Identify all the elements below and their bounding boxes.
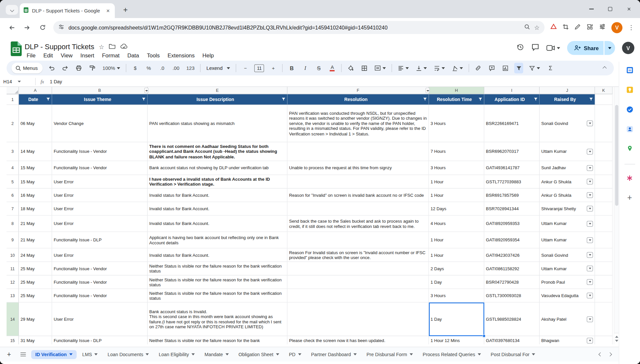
cell-J7[interactable]: Shivaranjai Shetty xyxy=(540,202,595,215)
row-header-8[interactable]: 8 xyxy=(7,216,19,232)
dropdown-chevron-icon[interactable] xyxy=(587,206,593,212)
cell-B14[interactable]: User Error xyxy=(52,303,148,336)
dropdown-chevron-icon[interactable] xyxy=(587,279,593,285)
cell-B8[interactable]: User Error xyxy=(52,216,148,232)
cell-K10[interactable] xyxy=(595,249,613,262)
cell-K2[interactable] xyxy=(595,105,613,142)
calendar-icon[interactable]: 31 xyxy=(626,67,633,76)
row-header-5[interactable]: 5 xyxy=(7,175,19,189)
cell-J5[interactable]: Ankur G Shukla xyxy=(540,175,595,189)
cell-A7[interactable]: 18 May xyxy=(19,202,52,215)
cell-F10[interactable]: Reason For Invalid status on screen is ”… xyxy=(287,249,429,262)
cell-F2[interactable]: PAN verification was conducted through N… xyxy=(287,105,429,142)
sheet-tab-pd[interactable]: PD xyxy=(285,350,305,359)
cell-F4[interactable]: Unable to process the request at this ti… xyxy=(287,161,429,175)
menu-insert[interactable]: Insert xyxy=(77,52,97,60)
sheet-tab-pre-disbursal-form[interactable]: Pre Disbursal Form xyxy=(362,350,417,359)
cell-B15[interactable]: Functionality Issue - DLP xyxy=(52,336,148,344)
cell-E8[interactable]: Invalid status for Bank Account. xyxy=(148,216,287,232)
filter-icon[interactable] xyxy=(478,97,483,102)
cell-F3[interactable] xyxy=(287,142,429,161)
share-dropdown[interactable] xyxy=(605,41,615,55)
tabs-scroll-right-icon[interactable] xyxy=(608,352,612,356)
history-icon[interactable] xyxy=(516,43,524,53)
header-cell-application-id[interactable]: Application ID xyxy=(484,94,540,105)
cell-A6[interactable]: 16 May xyxy=(19,189,52,202)
cell-F8[interactable]: Send back the case to the Sales bucket a… xyxy=(287,216,429,232)
sheet-tab-post-disbursal-for[interactable]: Post Disbursal For xyxy=(486,350,539,359)
dropdown-chevron-icon[interactable] xyxy=(587,252,593,258)
text-color-button[interactable]: A xyxy=(328,63,337,73)
increase-decimal-button[interactable]: .00 xyxy=(171,63,180,73)
star-icon[interactable]: ☆ xyxy=(99,44,104,50)
cell-E3[interactable]: There is not comment on Aadhaar Seeding … xyxy=(148,142,287,161)
cell-K7[interactable] xyxy=(595,202,613,215)
contacts-icon[interactable] xyxy=(626,126,633,135)
column-header-b[interactable]: B xyxy=(52,87,148,94)
filter-icon[interactable] xyxy=(281,97,286,102)
filter-icon[interactable] xyxy=(141,97,146,102)
hidden-columns-icon[interactable]: ◂▸ xyxy=(426,88,430,93)
cell-E9[interactable]: Applicant is having two bank account but… xyxy=(148,232,287,249)
cell-A14[interactable]: 29 May xyxy=(19,303,52,336)
cell-A2[interactable]: 06 May xyxy=(19,105,52,142)
row-header-6[interactable]: 6 xyxy=(7,189,19,202)
cell-J12[interactable]: Pronob Paul xyxy=(540,275,595,289)
cell-K5[interactable] xyxy=(595,175,613,189)
cell-I3[interactable]: BSR6962070317 xyxy=(484,142,540,161)
dropdown-chevron-icon[interactable] xyxy=(587,149,593,154)
cell-I2[interactable]: BSR2266169471 xyxy=(484,105,540,142)
cell-J9[interactable]: Uttam Kumar xyxy=(540,232,595,249)
cell-B5[interactable]: User Error xyxy=(52,175,148,189)
column-header-h[interactable]: H xyxy=(429,87,485,94)
cell-F11[interactable] xyxy=(287,262,429,275)
zoom-control[interactable]: 100% xyxy=(101,63,121,73)
browser-profile-avatar[interactable]: V xyxy=(611,22,623,33)
insert-comment-button[interactable] xyxy=(487,63,497,73)
dropdown-chevron-icon[interactable] xyxy=(587,221,593,227)
cell-J11[interactable]: Uttam Kumar xyxy=(540,262,595,275)
puzzle-extensions-icon[interactable] xyxy=(587,23,593,32)
cell-K13[interactable] xyxy=(595,289,613,302)
dropdown-chevron-icon[interactable] xyxy=(587,293,593,299)
grid-cell[interactable] xyxy=(595,94,613,105)
sheet-tab-partner-dashboard[interactable]: Partner Dashboard xyxy=(307,350,361,359)
browser-tab[interactable]: DLP - Support Tickets - Google ✕ xyxy=(20,3,115,18)
cell-H11[interactable]: 2 Days xyxy=(429,262,485,275)
merge-cells-button[interactable] xyxy=(373,63,387,73)
dropdown-chevron-icon[interactable] xyxy=(587,179,593,185)
column-header-i[interactable]: I xyxy=(484,87,540,94)
dropdown-chevron-icon[interactable] xyxy=(587,316,593,322)
sheet-tab-lms[interactable]: LMS xyxy=(78,350,102,359)
undo-button[interactable] xyxy=(47,63,56,73)
decrease-decimal-button[interactable]: .0 xyxy=(158,63,167,73)
cell-I9[interactable]: GATI8920959354 xyxy=(484,232,540,249)
fill-handle[interactable] xyxy=(483,334,485,337)
sheets-logo-icon[interactable] xyxy=(11,41,22,58)
cell-E13[interactable]: Neither Status is visible nor the failur… xyxy=(148,289,287,302)
paint-format-button[interactable] xyxy=(88,63,97,73)
close-icon[interactable]: ✕ xyxy=(104,7,112,14)
cell-A11[interactable]: 25 May xyxy=(19,262,52,275)
cell-H13[interactable]: 3 Hours xyxy=(429,289,485,302)
sheet-tab-id-verification[interactable]: ID Verification xyxy=(31,350,76,359)
vertical-scrollbar[interactable] xyxy=(614,87,619,344)
forward-button[interactable] xyxy=(22,23,32,32)
column-header-f[interactable]: F xyxy=(287,87,429,94)
cell-J6[interactable]: Ankur G Shukla xyxy=(540,189,595,202)
strikethrough-button[interactable]: S xyxy=(314,63,323,73)
sheet-tab-loan-eligibility[interactable]: Loan Eligibility xyxy=(155,350,199,359)
cell-B6[interactable]: User Error xyxy=(52,189,148,202)
cell-I13[interactable]: GSTL7300093028 xyxy=(484,289,540,302)
text-rotation-button[interactable] xyxy=(451,63,464,73)
reload-button[interactable] xyxy=(38,23,48,32)
cell-F13[interactable] xyxy=(287,289,429,302)
header-cell-issue-description[interactable]: Issue Description xyxy=(148,94,287,105)
name-box[interactable]: H14 xyxy=(0,76,35,87)
maximize-button[interactable] xyxy=(601,0,620,18)
scrollbar-arrows[interactable] xyxy=(614,333,619,344)
row-header-10[interactable]: 10 xyxy=(7,249,19,262)
back-button[interactable] xyxy=(7,23,16,32)
dropdown-chevron-icon[interactable] xyxy=(587,192,593,198)
cell-I5[interactable]: GSTL7727039883 xyxy=(484,175,540,189)
